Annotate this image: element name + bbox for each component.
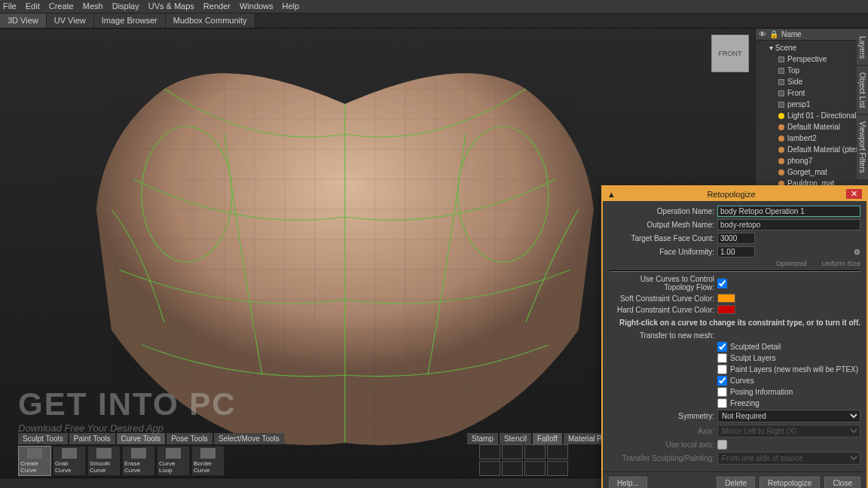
transfer-check-5[interactable] (717, 398, 727, 408)
tree-item[interactable]: lambert2 (757, 133, 866, 144)
tooltab-curve-tools[interactable]: Curve Tools (117, 433, 166, 444)
tree-item[interactable]: Light 01 - Directional (757, 110, 866, 121)
tree-label: Top (787, 66, 799, 75)
op-name-input[interactable] (717, 206, 860, 217)
out-mesh-input[interactable] (717, 219, 860, 230)
tool-grab-curve[interactable]: Grab Curve (53, 446, 86, 476)
lock-icon[interactable]: 🔒 (769, 30, 778, 38)
transfer-opt-label: Paint Layers (new mesh will be PTEX) (730, 365, 858, 374)
use-curves-check[interactable] (717, 279, 727, 288)
symmetry-select[interactable]: Not Required (717, 410, 860, 422)
dialog-titlebar[interactable]: ▲ Retopologize ✕ (603, 187, 866, 201)
dialog-hint: Right-click on a curve to change its con… (609, 319, 860, 327)
menu-display[interactable]: Display (112, 2, 139, 11)
transfer-opt-label: Freezing (730, 399, 760, 407)
transfer-check-4[interactable] (717, 387, 727, 397)
side-tabs: LayersObject ListViewport Filters (857, 30, 868, 179)
transfer-check-3[interactable] (717, 376, 727, 386)
soft-color-swatch[interactable] (717, 294, 735, 303)
menu-mesh[interactable]: Mesh (83, 2, 103, 11)
btab-stencil[interactable]: Stencil (500, 433, 531, 444)
falloff-3[interactable] (524, 444, 546, 459)
local-axis-check (717, 440, 727, 450)
falloff-6[interactable] (502, 461, 523, 476)
tree-item[interactable]: Default Material (ptex) (757, 144, 866, 155)
tree-item[interactable]: persp1 (757, 99, 866, 110)
view-cube[interactable]: FRONT (711, 35, 749, 72)
hard-color-swatch[interactable] (717, 305, 735, 314)
tree-label: Gorget_mat (787, 168, 827, 176)
tool-erase-curve[interactable]: Erase Curve (122, 446, 155, 476)
btab-stamp[interactable]: Stamp (467, 433, 498, 444)
tree-item[interactable]: Perspective (757, 53, 866, 65)
tooltab-pose-tools[interactable]: Pose Tools (167, 433, 212, 444)
tree-item[interactable]: Gorget_mat (757, 166, 866, 178)
tab-uv-view[interactable]: UV View (47, 14, 94, 28)
help-button[interactable]: Help... (609, 477, 647, 488)
tree-item[interactable]: Front (757, 87, 866, 99)
menu-windows[interactable]: Windows (240, 2, 274, 11)
tree-root[interactable]: ▾ Scene (757, 42, 866, 53)
eye-icon[interactable]: 👁 (759, 30, 766, 38)
close-icon[interactable]: ✕ (846, 189, 862, 199)
tree-item[interactable]: Top (757, 65, 866, 76)
tooltab-sculpt-tools[interactable]: Sculpt Tools (18, 433, 68, 444)
camera-icon (778, 79, 784, 85)
tool-curve-loop[interactable]: Curve Loop (157, 446, 190, 476)
light-icon (778, 113, 784, 119)
scene-header-name: Name (781, 30, 802, 38)
delete-button[interactable]: Delete (717, 477, 755, 488)
tab-3d-view[interactable]: 3D View (0, 14, 47, 28)
tab-mudbox-community[interactable]: Mudbox Community (166, 14, 255, 28)
gear-icon[interactable]: ⚙ (854, 248, 860, 256)
watermark-big: GET INTO PC (18, 386, 237, 422)
face-count-input[interactable] (717, 233, 755, 244)
tab-image-browser[interactable]: Image Browser (94, 14, 166, 28)
tree-label: Light 01 - Directional (787, 111, 857, 120)
menu-help[interactable]: Help (283, 2, 300, 11)
tool-label: Curve Loop (159, 460, 188, 474)
close-button[interactable]: Close (824, 477, 860, 488)
falloff-5[interactable] (479, 461, 500, 476)
transfer-check-2[interactable] (717, 364, 727, 374)
tooltab-paint-tools[interactable]: Paint Tools (69, 433, 115, 444)
menu-uvs-maps[interactable]: UVs & Maps (148, 2, 194, 11)
tree-item[interactable]: phong7 (757, 155, 866, 166)
menu-edit[interactable]: Edit (26, 2, 40, 11)
falloff-4[interactable] (547, 444, 568, 459)
transfer-opt-label: Sculpted Detail (730, 343, 781, 351)
falloff-1[interactable] (479, 444, 500, 459)
tooltab-select-move-tools[interactable]: Select/Move Tools (214, 433, 284, 444)
sidetab-object-list[interactable]: Object List (857, 66, 868, 114)
tool-label: Create Curve (20, 460, 49, 474)
tree-item[interactable]: Side (757, 76, 866, 87)
transfer-check-0[interactable] (717, 342, 727, 352)
menu-file[interactable]: File (3, 2, 17, 11)
optimized-label: Optimized (776, 260, 807, 267)
retopologize-button[interactable]: Retopologize (760, 477, 820, 488)
hard-color-label: Hard Constraint Curve Color: (609, 306, 714, 314)
transfer-label: Transfer to new mesh: (609, 331, 714, 340)
btab-falloff[interactable]: Falloff (533, 433, 562, 444)
tabbar: 3D ViewUV ViewImage BrowserMudbox Commun… (0, 14, 868, 29)
tool-glyph-icon (131, 448, 146, 459)
menu-render[interactable]: Render (203, 2, 231, 11)
menu-create[interactable]: Create (49, 2, 74, 11)
tool-label: Erase Curve (124, 460, 153, 474)
falloff-8[interactable] (547, 461, 568, 476)
tool-border-curve[interactable]: Border Curve (191, 446, 225, 476)
sidetab-viewport-filters[interactable]: Viewport Filters (857, 115, 868, 179)
uniformity-input[interactable] (717, 246, 755, 258)
tool-smooth-curve[interactable]: Smooth Curve (87, 446, 121, 476)
tool-label: Border Curve (194, 460, 222, 474)
tool-create-curve[interactable]: Create Curve (18, 446, 51, 476)
dialog-title-text: Retopologize (707, 190, 755, 199)
falloff-7[interactable] (524, 461, 546, 476)
camera-icon (778, 102, 784, 108)
symmetry-label: Symmetry: (609, 412, 714, 420)
sidetab-layers[interactable]: Layers (857, 30, 868, 65)
falloff-2[interactable] (502, 444, 523, 459)
tree-item[interactable]: Default Material (757, 121, 866, 133)
transfer-check-1[interactable] (717, 353, 727, 363)
tree-label: Perspective (787, 55, 827, 63)
